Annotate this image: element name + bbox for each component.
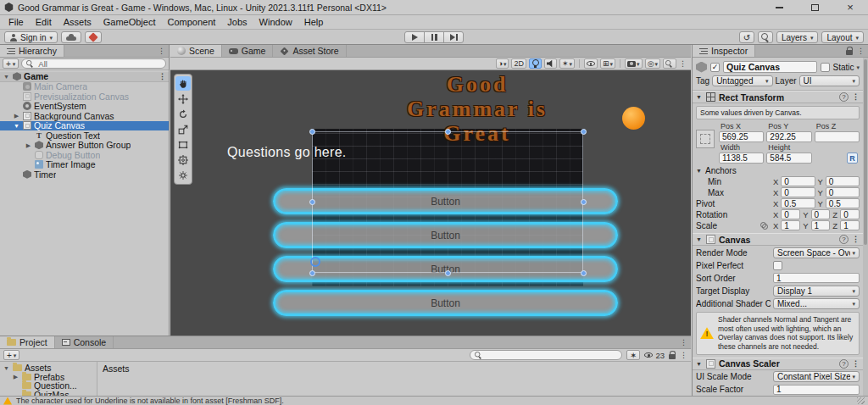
rect-handle-bottom-left[interactable] (309, 270, 315, 276)
rect-handle-bottom-center[interactable] (445, 270, 451, 276)
pivot-y-field[interactable]: 0.5 (826, 198, 860, 208)
sort-order-field[interactable]: 1 (773, 273, 860, 283)
hierarchy-item-answer-button-group[interactable]: ▶ Answer Button Group (0, 141, 169, 151)
scene-options-icon[interactable]: ⋮ (159, 73, 166, 80)
inspector-menu-icon[interactable]: ⋮ (857, 47, 865, 55)
rect-handle-mid-left[interactable] (309, 199, 315, 205)
shading-mode-dropdown[interactable]: ◑ ▾ (496, 58, 509, 69)
foldout-closed-icon[interactable]: ▶ (12, 374, 19, 380)
audio-toggle[interactable] (544, 58, 557, 69)
move-tool-button[interactable] (175, 92, 191, 106)
status-bar[interactable]: The character used for Underline is not … (0, 396, 868, 405)
height-field[interactable]: 584.5 (766, 153, 811, 164)
global-search-button[interactable] (758, 31, 773, 43)
pixel-perfect-checkbox[interactable] (773, 261, 782, 270)
width-field[interactable]: 1138.5 (719, 153, 764, 164)
inspector-scrollbar[interactable] (863, 58, 868, 396)
tab-project[interactable]: Project (0, 336, 55, 348)
menu-window[interactable]: Window (253, 16, 298, 28)
foldout-open-icon[interactable]: ▼ (696, 94, 703, 100)
gameobject-name-field[interactable]: Quiz Canvas (723, 61, 817, 73)
pos-x-field[interactable]: 569.25 (719, 131, 764, 142)
rect-handle-top-right[interactable] (581, 129, 587, 135)
raw-edit-toggle[interactable]: R (847, 153, 858, 164)
foldout-open-icon[interactable]: ▼ (696, 361, 703, 367)
rotate-tool-button[interactable] (175, 107, 191, 121)
tab-scene[interactable]: Scene (170, 45, 222, 57)
hand-tool-button[interactable] (175, 76, 191, 91)
scale-y-field[interactable]: 1 (811, 220, 831, 230)
foldout-open-icon[interactable]: ▼ (13, 123, 20, 129)
target-display-dropdown[interactable]: Display 1 ▾ (773, 286, 860, 297)
constrain-proportions-icon[interactable] (760, 222, 768, 230)
transform-tool-button[interactable] (175, 153, 191, 167)
grid-visibility-dropdown[interactable]: ⊞ ▾ (600, 58, 615, 69)
menu-file[interactable]: File (3, 16, 30, 28)
hierarchy-search-input[interactable]: All (21, 58, 166, 69)
shader-channels-dropdown[interactable]: Mixed... ▾ (773, 298, 860, 309)
render-mode-dropdown[interactable]: Screen Space - Overla ▾ (773, 247, 860, 258)
pause-button[interactable] (424, 31, 444, 43)
anchor-min-x-field[interactable]: 0 (781, 176, 815, 186)
tab-console[interactable]: Console (55, 336, 114, 348)
menu-assets[interactable]: Assets (58, 16, 97, 28)
step-button[interactable] (443, 31, 464, 43)
canvas-scaler-header[interactable]: ▼ Canvas Scaler ? ⋮ (693, 358, 863, 370)
rotation-x-field[interactable]: 0 (781, 209, 800, 219)
close-button[interactable]: × (832, 0, 868, 14)
menu-jobs[interactable]: Jobs (221, 16, 253, 28)
rect-handle-mid-right[interactable] (581, 199, 587, 205)
project-search-input[interactable] (470, 350, 622, 360)
scene-visibility-toggle[interactable] (584, 58, 598, 69)
help-icon[interactable]: ? (839, 359, 849, 369)
effects-dropdown[interactable]: ✶ ▾ (559, 58, 575, 69)
answer-button-4[interactable]: Button (273, 290, 618, 316)
pivot-x-field[interactable]: 0.5 (781, 198, 815, 208)
foldout-open-icon[interactable]: ▼ (3, 74, 10, 80)
scale-factor-field[interactable]: 1 (773, 385, 860, 395)
anchors-foldout[interactable]: ▼ Anchors (696, 165, 860, 175)
menu-help[interactable]: Help (298, 16, 330, 28)
hierarchy-item-background-canvas[interactable]: ▶ Background Canvas (0, 111, 169, 121)
tag-dropdown[interactable]: Untagged ▾ (712, 75, 772, 86)
layer-dropdown[interactable]: UI ▾ (799, 75, 860, 86)
menu-edit[interactable]: Edit (30, 16, 58, 28)
2d-toggle[interactable]: 2D (511, 58, 526, 69)
component-menu-icon[interactable]: ⋮ (852, 93, 860, 101)
hierarchy-menu-icon[interactable]: ⋮ (158, 47, 165, 55)
canvas-header[interactable]: ▼ Canvas ? ⋮ (693, 233, 863, 246)
anchor-max-y-field[interactable]: 0 (826, 187, 860, 197)
rect-handle-bottom-right[interactable] (581, 270, 587, 276)
anchor-max-x-field[interactable]: 0 (781, 187, 815, 197)
search-by-type-button[interactable]: ✶ (626, 350, 640, 360)
hierarchy-item-previsualization-canvas[interactable]: Previsualization Canvas (0, 92, 169, 102)
project-menu-icon[interactable]: ⋮ (680, 339, 687, 347)
foldout-closed-icon[interactable]: ▶ (13, 113, 20, 119)
undo-history-button[interactable]: ↺ (739, 31, 754, 43)
play-button[interactable] (404, 31, 425, 43)
tab-asset-store[interactable]: Asset Store (273, 45, 346, 57)
anchor-min-y-field[interactable]: 0 (826, 176, 860, 186)
rect-handle-top-center[interactable] (445, 129, 451, 135)
hierarchy-item-main-camera[interactable]: Main Camera (0, 82, 169, 92)
lighting-toggle[interactable] (529, 58, 542, 69)
scene-viewport[interactable]: Good Grammar is Great Questions go here.… (170, 70, 691, 336)
scene-search-button[interactable] (663, 58, 676, 69)
foldout-open-icon[interactable]: ▼ (696, 236, 703, 242)
gizmos-dropdown[interactable]: ◎ ▾ (645, 58, 660, 69)
scale-tool-button[interactable] (175, 122, 191, 136)
foldout-open-icon[interactable]: ▼ (3, 365, 10, 371)
create-object-button[interactable]: + ▾ (3, 58, 19, 69)
layout-dropdown[interactable]: Layout ▾ (821, 31, 864, 43)
layers-dropdown[interactable]: Layers ▾ (776, 31, 819, 43)
tab-inspector[interactable]: Inspector (693, 45, 755, 57)
hierarchy-item-question-text[interactable]: T Question Text (0, 130, 169, 141)
minimize-button[interactable] (761, 0, 797, 14)
resize-grip-icon[interactable] (857, 397, 865, 404)
project-lock-icon[interactable] (669, 354, 676, 359)
pivot-gizmo[interactable] (310, 257, 320, 267)
version-control-button[interactable] (85, 31, 102, 43)
scale-x-field[interactable]: 1 (781, 220, 800, 230)
create-asset-button[interactable]: + ▾ (3, 350, 19, 360)
custom-tools-button[interactable] (175, 168, 191, 182)
